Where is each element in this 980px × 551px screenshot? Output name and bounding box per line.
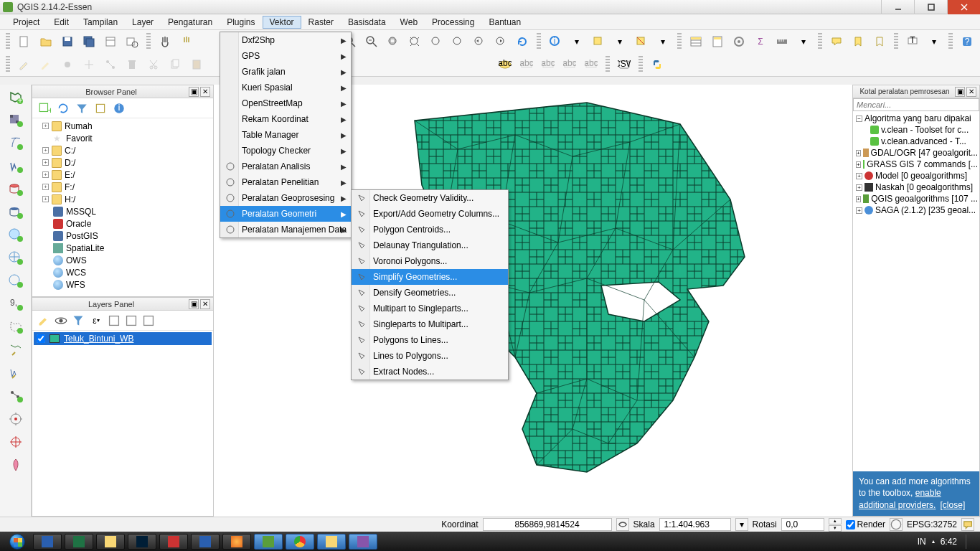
add-vector-button[interactable]: + [4,87,27,108]
toolbar-grip[interactable] [146,33,151,50]
geom-item-5[interactable]: Simplify Geometries... [352,269,508,285]
vektor-item-2[interactable]: Grafik jalan▶ [220,64,351,80]
close-button[interactable] [947,0,980,14]
task-chrome[interactable] [286,534,314,550]
layer-collapse-button[interactable] [124,314,138,328]
toggle-edit-button[interactable] [14,55,34,74]
deselect-button[interactable] [631,32,651,51]
task-firefox[interactable] [222,534,251,550]
processing-tree[interactable]: −Algoritma yang baru dipakai v.clean - T… [853,111,979,217]
tree-item[interactable]: PostGIS [66,231,98,241]
pan-button[interactable] [155,32,175,51]
tree-item[interactable]: MSSQL [66,207,96,217]
copy-button[interactable] [165,55,185,74]
vektor-item-1[interactable]: GPS▶ [220,48,351,64]
open-attr-table-button[interactable] [686,32,706,51]
panel-float-button[interactable]: ▣ [955,87,965,97]
processing-search-input[interactable] [853,98,979,111]
scale-field[interactable]: 1:1.404.963 [659,518,731,531]
layer-expand-button[interactable] [107,314,121,328]
zoom-last-button[interactable] [469,32,489,51]
tree-item[interactable]: Rumah [65,121,93,131]
vektor-item-10[interactable]: Peralatan Geoprosesing▶ [220,190,351,206]
text-annotation-button[interactable]: T [903,32,923,51]
tree-item[interactable]: SpatiaLite [66,243,104,253]
vektor-item-7[interactable]: Topology Checker▶ [220,143,351,159]
layer-expr-button[interactable]: ε▾ [88,314,104,328]
maximize-button[interactable] [914,0,947,14]
measure-button[interactable] [772,32,792,51]
tray-time[interactable]: 6:42 [941,537,957,547]
toolbar-grip[interactable] [537,33,541,50]
render-checkbox[interactable]: Render [846,519,885,529]
coord-field[interactable]: 856869,9814524 [483,518,612,531]
save-button[interactable] [57,32,77,51]
add-mssql-button[interactable] [4,179,27,200]
label-abc5-button[interactable]: abc [581,55,601,74]
geom-item-8[interactable]: Singleparts to Multipart... [352,316,508,332]
browser-add-button[interactable]: + [37,100,52,116]
vektor-item-11[interactable]: Peralatan Geometri▶ [220,206,351,222]
help-button[interactable]: ? [957,32,977,51]
menu-plugins[interactable]: Plugins [220,16,262,29]
geom-item-3[interactable]: Delaunay Triangulation... [352,237,508,253]
scale-dropdown-button[interactable]: ▾ [735,518,748,531]
vektor-item-3[interactable]: Kueri Spasial▶ [220,80,351,95]
select-dropdown-button[interactable]: ▾ [610,32,630,51]
geom-item-11[interactable]: Extract Nodes... [352,364,508,380]
tree-item[interactable]: Naskah [0 geoalgorithms] [875,182,973,192]
gps-button[interactable] [4,408,27,430]
label-abc4-button[interactable]: abc [560,55,580,74]
tree-item[interactable]: D:/ [65,158,75,168]
task-globalmapper[interactable] [191,534,220,550]
pan-to-selection-button[interactable] [176,32,197,51]
browser-collapse-button[interactable] [93,100,108,116]
new-shapefile-button[interactable] [4,339,27,361]
save-edits-button[interactable] [36,55,56,74]
add-wms-button[interactable] [4,225,27,246]
osm-button[interactable] [4,454,27,476]
show-desktop-button[interactable] [966,534,973,549]
toolbar-grip[interactable] [818,33,822,50]
add-postgis-button[interactable] [4,133,27,154]
tree-item[interactable]: WCS [66,268,86,278]
tree-item[interactable]: v.clean.advanced - T... [881,136,966,146]
label-abc3-button[interactable]: abc [538,55,558,74]
task-word[interactable] [33,534,62,550]
add-virtual-button[interactable] [4,316,27,338]
zoom-native-button[interactable] [383,32,403,51]
python-console-button[interactable] [647,55,667,74]
geom-item-2[interactable]: Polygon Centroids... [352,222,508,237]
menu-basisdata[interactable]: Basisdata [341,16,393,29]
paste-button[interactable] [187,55,207,74]
tree-item[interactable]: v.clean - Toolset for c... [881,125,969,135]
toolbar-grip[interactable] [6,33,10,50]
zoom-selection-button[interactable] [426,32,446,51]
task-explorer[interactable] [96,534,125,550]
move-feature-button[interactable] [79,55,99,74]
toolbar-grip[interactable] [677,33,682,50]
task-excel[interactable] [65,534,93,550]
panel-close-button[interactable]: ✕ [200,87,210,97]
epsg-label[interactable]: EPSG:32752 [907,519,957,529]
tree-item[interactable]: GDAL/OGR [47 geoalgorit... [871,148,978,158]
tree-item[interactable]: C:/ [65,146,75,156]
task-photoshop[interactable] [128,534,156,550]
bookmark-show-button[interactable] [870,32,890,51]
node-tool-button[interactable] [100,55,121,74]
menu-web[interactable]: Web [393,16,425,29]
coord-capture-button[interactable] [4,431,27,453]
layer-visibility-button[interactable] [54,314,68,328]
open-project-button[interactable] [36,32,56,51]
tree-item[interactable]: SAGA (2.1.2) [235 geoal... [875,205,976,215]
tree-item[interactable]: Favorit [66,133,93,143]
menu-bantuan[interactable]: Bantuan [481,16,528,29]
tree-item[interactable]: QGIS geoalgorithms [107 ... [871,194,978,204]
vektor-item-5[interactable]: Rekam Koordinat▶ [220,111,351,127]
new-composer-button[interactable] [100,32,121,51]
add-feature-button[interactable] [57,55,77,74]
tree-item[interactable]: OWS [66,255,87,265]
menu-project[interactable]: Project [6,16,47,29]
geom-item-1[interactable]: Export/Add Geometry Columns... [352,206,508,222]
geom-item-0[interactable]: Check Geometry Validity... [352,190,508,206]
